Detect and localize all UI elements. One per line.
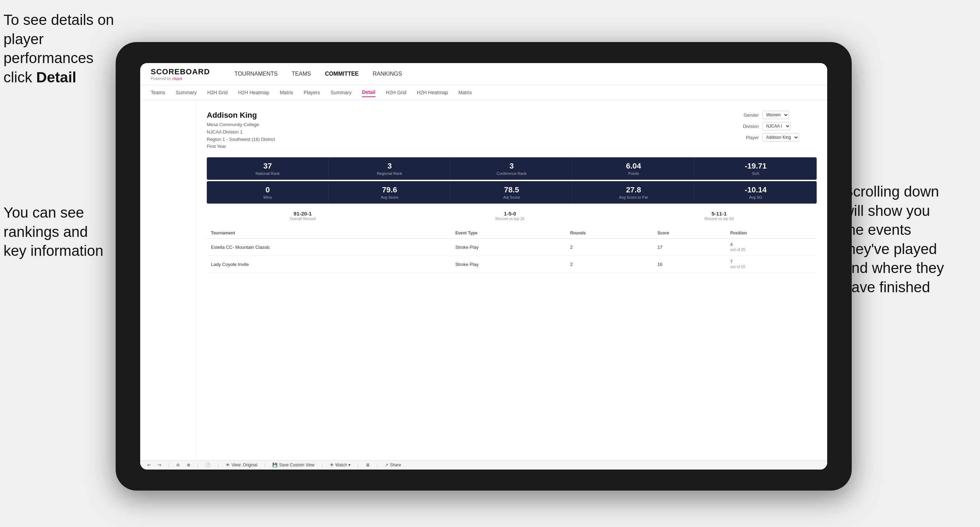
logo-title: SCOREBOARD: [151, 67, 210, 76]
stat-wins-label: Wins: [212, 195, 323, 199]
toolbar-view-original[interactable]: 👁 View: Original: [226, 462, 257, 467]
row2-position: 7out of 20: [726, 256, 817, 273]
record-top25: 1-5-0 Record vs top 25: [496, 211, 525, 221]
player-info: Addison King Mesa Community College NJCA…: [207, 111, 275, 150]
record-overall: 91-20-1 Overall Record: [290, 211, 315, 221]
stat-avg-sg-label: Avg SG: [700, 195, 811, 199]
toolbar-clock[interactable]: 🕐: [205, 462, 211, 467]
toolbar-share[interactable]: ↗ Share: [385, 462, 401, 467]
subnav-h2hgrid2[interactable]: H2H Grid: [386, 88, 406, 97]
toolbar-redo[interactable]: ↪: [158, 462, 161, 467]
row1-rounds: 2: [566, 239, 653, 256]
toolbar-watch[interactable]: 👁 Watch ▾: [330, 462, 351, 467]
row2-event-type: Stroke Play: [451, 256, 566, 273]
subnav-matrix[interactable]: Matrix: [280, 88, 293, 97]
subnav-detail[interactable]: Detail: [362, 88, 375, 97]
stat-avg-score-to-par-value: 27.8: [578, 185, 689, 194]
player-division: NJCAA Division 1: [207, 129, 275, 136]
player-select[interactable]: Addison King: [762, 133, 799, 141]
nav-committee[interactable]: COMMITTEE: [325, 71, 359, 77]
stat-national-rank-label: National Rank: [212, 171, 323, 176]
stat-avg-score: 79.6 Avg Score: [329, 181, 451, 203]
division-filter-row: Division NJCAA I: [740, 122, 817, 130]
stat-regional-rank-label: Regional Rank: [334, 171, 445, 176]
stat-sos: -19.71 SoS: [695, 157, 817, 180]
stat-avg-score-value: 79.6: [334, 185, 445, 194]
col-tournament: Tournament: [207, 228, 451, 239]
record-top50-value: 5-11-1: [705, 211, 733, 217]
stat-adj-score-label: Adj Score: [457, 195, 567, 199]
stat-avg-sg-value: -10.14: [700, 185, 811, 194]
stat-wins: 0 Wins: [207, 181, 329, 203]
stat-conference-rank: 3 Conference Rank: [451, 157, 573, 180]
stats-grid-row1: 37 National Rank 3 Regional Rank 3 Confe…: [207, 157, 817, 180]
record-top25-value: 1-5-0: [496, 211, 525, 217]
top-nav: SCOREBOARD Powered by clippd TOURNAMENTS…: [140, 63, 827, 85]
stats-grid-row2: 0 Wins 79.6 Avg Score 78.5 Adj Score 27.…: [207, 181, 817, 203]
toolbar-zoom-out[interactable]: ⊖: [176, 462, 180, 467]
row1-position: 4out of 20: [726, 239, 817, 256]
row2-tournament: Lady Coyote Invite: [207, 256, 451, 273]
stat-avg-score-to-par: 27.8 Avg Score to Par: [573, 181, 695, 203]
nav-tournaments[interactable]: TOURNAMENTS: [234, 71, 278, 77]
subnav-teams[interactable]: Teams: [151, 88, 165, 97]
stat-avg-sg: -10.14 Avg SG: [695, 181, 817, 203]
stat-points-label: Points: [578, 171, 689, 176]
subnav-h2hgrid[interactable]: H2H Grid: [207, 88, 228, 97]
left-sidebar: [140, 100, 196, 460]
record-top50: 5-11-1 Record vs top 50: [705, 211, 733, 221]
stat-adj-score-value: 78.5: [457, 185, 567, 194]
player-detail-panel: Addison King Mesa Community College NJCA…: [196, 100, 827, 460]
division-select[interactable]: NJCAA I: [762, 122, 791, 130]
stat-conference-rank-label: Conference Rank: [457, 171, 567, 176]
division-label: Division: [740, 124, 759, 129]
tournament-table: Tournament Event Type Rounds Score Posit…: [207, 228, 817, 273]
gender-filter-row: Gender Women: [740, 111, 817, 119]
table-row[interactable]: Estella CC- Mountain Classic Stroke Play…: [207, 239, 817, 256]
table-body: Estella CC- Mountain Classic Stroke Play…: [207, 239, 817, 273]
stat-regional-rank-value: 3: [334, 162, 445, 171]
record-top50-label: Record vs top 50: [705, 217, 733, 221]
stat-national-rank-value: 37: [212, 162, 323, 171]
records-row: 91-20-1 Overall Record 1-5-0 Record vs t…: [207, 211, 817, 221]
player-filter-row: Player Addison King: [740, 133, 817, 141]
stat-sos-label: SoS: [700, 171, 811, 176]
tablet-shell: SCOREBOARD Powered by clippd TOURNAMENTS…: [116, 42, 852, 490]
subnav-summary[interactable]: Summary: [176, 88, 197, 97]
annotation-bottomright: Scrolling down will show you the events …: [843, 182, 977, 297]
main-content: Addison King Mesa Community College NJCA…: [140, 100, 827, 460]
bottom-toolbar: ↩ ↪ | ⊖ ⊕ | 🕐 | 👁 View: Original | 💾 Sav…: [140, 460, 827, 470]
stat-points: 6.04 Points: [573, 157, 695, 180]
col-rounds: Rounds: [566, 228, 653, 239]
stat-regional-rank: 3 Regional Rank: [329, 157, 451, 180]
player-filters: Gender Women Division NJCAA I: [740, 111, 817, 150]
row1-score: 17: [653, 239, 726, 256]
player-region: Region 1 - Southwest (18) District: [207, 136, 275, 143]
gender-select[interactable]: Women: [762, 111, 789, 119]
toolbar-device[interactable]: 🖥: [366, 462, 370, 467]
record-overall-label: Overall Record: [290, 217, 315, 221]
nav-teams[interactable]: TEAMS: [292, 71, 311, 77]
nav-rankings[interactable]: RANKINGS: [372, 71, 402, 77]
col-event-type: Event Type: [451, 228, 566, 239]
toolbar-undo[interactable]: ↩: [147, 462, 151, 467]
subnav-h2hheatmap2[interactable]: H2H Heatmap: [417, 88, 448, 97]
toolbar-zoom-in[interactable]: ⊕: [187, 462, 190, 467]
logo-sub: Powered by clippd: [151, 76, 210, 81]
player-header: Addison King Mesa Community College NJCA…: [207, 111, 817, 150]
stat-conference-rank-value: 3: [457, 162, 567, 171]
table-row[interactable]: Lady Coyote Invite Stroke Play 2 16 7out…: [207, 256, 817, 273]
stat-sos-value: -19.71: [700, 162, 811, 171]
toolbar-save-custom[interactable]: 💾 Save Custom View: [272, 462, 314, 467]
subnav-players[interactable]: Players: [304, 88, 320, 97]
player-name: Addison King: [207, 111, 275, 120]
stat-avg-score-label: Avg Score: [334, 195, 445, 199]
subnav-summary2[interactable]: Summary: [331, 88, 352, 97]
player-school: Mesa Community College: [207, 121, 275, 129]
sub-nav: Teams Summary H2H Grid H2H Heatmap Matri…: [140, 85, 827, 100]
stat-wins-value: 0: [212, 185, 323, 194]
subnav-matrix2[interactable]: Matrix: [458, 88, 472, 97]
subnav-h2hheatmap[interactable]: H2H Heatmap: [238, 88, 269, 97]
stat-adj-score: 78.5 Adj Score: [451, 181, 573, 203]
stat-avg-score-to-par-label: Avg Score to Par: [578, 195, 689, 199]
